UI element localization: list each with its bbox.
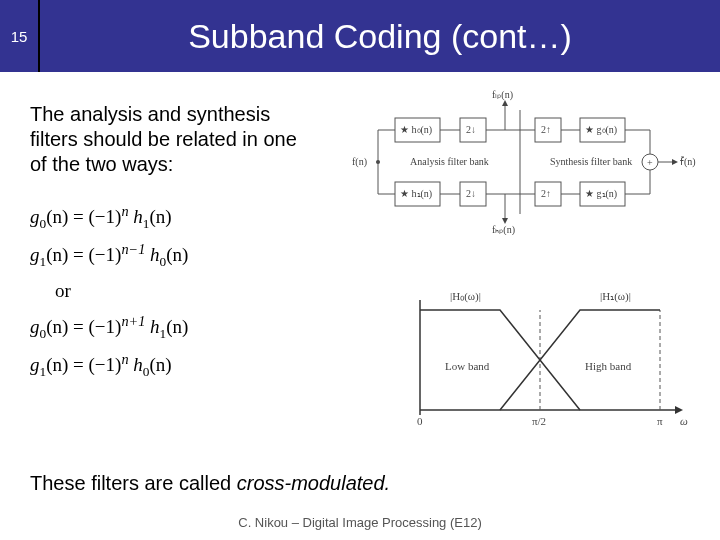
svg-text:|H₁(ω)|: |H₁(ω)| — [600, 290, 631, 303]
input-label: f(n) — [352, 156, 367, 168]
slide-title: Subband Coding (cont…) — [40, 0, 720, 72]
svg-text:2↓: 2↓ — [466, 124, 476, 135]
svg-text:π/2: π/2 — [532, 415, 546, 427]
equation-2: g1(n) = (−1)n−1 h0(n) — [30, 240, 690, 270]
svg-text:|H₀(ω)|: |H₀(ω)| — [450, 290, 481, 303]
svg-text:★ g₀(n): ★ g₀(n) — [585, 124, 617, 136]
svg-text:Low band: Low band — [445, 360, 490, 372]
svg-text:★ g₁(n): ★ g₁(n) — [585, 188, 617, 200]
page-number: 15 — [0, 0, 40, 72]
svg-marker-40 — [672, 159, 678, 165]
svg-text:★ h₁(n): ★ h₁(n) — [400, 188, 432, 200]
footer-text: C. Nikou – Digital Image Processing (E12… — [0, 515, 720, 530]
svg-marker-44 — [675, 406, 683, 414]
filterbank-diagram: f(n) ★ h₀(n) ★ h₁(n) 2↓ 2↓ fₗₚ(n) fₕₚ(n)… — [350, 90, 700, 235]
svg-text:2↑: 2↑ — [541, 188, 551, 199]
synthesis-label: Synthesis filter bank — [550, 156, 632, 167]
svg-text:ω: ω — [680, 415, 688, 427]
svg-text:+: + — [647, 157, 653, 168]
svg-text:fₗₚ(n): fₗₚ(n) — [492, 90, 513, 101]
svg-text:2↓: 2↓ — [466, 188, 476, 199]
svg-text:π: π — [657, 415, 663, 427]
svg-text:0: 0 — [417, 415, 423, 427]
closing-text: These filters are called cross-modulated… — [30, 472, 390, 495]
svg-marker-18 — [502, 100, 508, 106]
svg-text:High band: High band — [585, 360, 632, 372]
svg-text:2↑: 2↑ — [541, 124, 551, 135]
spectrum-plot: |H₀(ω)| |H₁(ω)| Low band High band 0 π/2… — [390, 280, 690, 440]
analysis-label: Analysis filter bank — [410, 156, 489, 167]
svg-text:f̂(n): f̂(n) — [680, 156, 696, 168]
slide-header: 15 Subband Coding (cont…) — [0, 0, 720, 72]
intro-text: The analysis and synthesis filters shoul… — [30, 102, 310, 177]
svg-text:★ h₀(n): ★ h₀(n) — [400, 124, 432, 136]
svg-text:fₕₚ(n): fₕₚ(n) — [492, 224, 515, 235]
